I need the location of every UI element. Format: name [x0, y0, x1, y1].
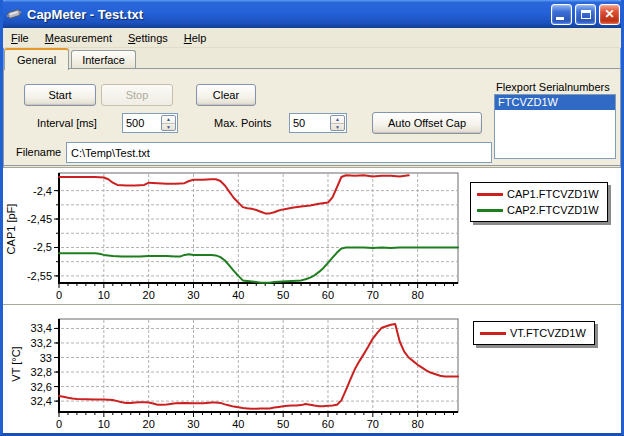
- maximize-icon: [581, 10, 591, 19]
- svg-text:-2,55: -2,55: [27, 270, 52, 282]
- app-icon: [6, 6, 22, 22]
- flexport-serialnumbers-label: Flexport Serialnumbers: [496, 81, 610, 93]
- svg-text:20: 20: [143, 418, 155, 430]
- menu-help[interactable]: Help: [176, 30, 215, 46]
- svg-text:0: 0: [56, 289, 62, 301]
- app-window: CapMeter - Test.txt ✕ File Measurement S…: [0, 0, 624, 436]
- max-points-spin-up-icon[interactable]: ▲: [331, 116, 344, 124]
- svg-text:32,6: 32,6: [31, 381, 52, 393]
- serialnumbers-listbox[interactable]: FTCVZD1W: [494, 94, 616, 159]
- maximize-button[interactable]: [575, 4, 596, 25]
- menu-bar: File Measurement Settings Help: [3, 28, 621, 48]
- clear-button[interactable]: Clear: [196, 84, 256, 106]
- svg-text:33,2: 33,2: [31, 337, 52, 349]
- close-button[interactable]: ✕: [599, 4, 620, 25]
- svg-text:60: 60: [322, 289, 334, 301]
- legend-item: VT.FTCVZD1W: [480, 325, 586, 341]
- svg-text:32,8: 32,8: [31, 366, 52, 378]
- legend-series-name: CAP1.FTCVZD1W: [507, 188, 599, 200]
- legend-item: CAP2.FTCVZD1W: [477, 202, 599, 218]
- stop-button[interactable]: Stop: [101, 84, 173, 106]
- tab-general[interactable]: General: [4, 48, 69, 70]
- svg-text:-2,45: -2,45: [27, 213, 52, 225]
- max-points-spin-buttons: ▲ ▼: [330, 115, 345, 131]
- svg-text:0: 0: [56, 418, 62, 430]
- tab-interface[interactable]: Interface: [71, 50, 136, 69]
- menu-settings[interactable]: Settings: [120, 30, 176, 46]
- svg-text:50: 50: [277, 289, 289, 301]
- svg-text:40: 40: [232, 418, 244, 430]
- cap-chart-panel: CAP1 [pF] -2,4-2,45-2,5-2,55010203040506…: [3, 167, 621, 304]
- interval-spinner: ▲ ▼: [122, 113, 178, 133]
- svg-text:33: 33: [40, 352, 52, 364]
- title-bar[interactable]: CapMeter - Test.txt ✕: [0, 0, 624, 28]
- svg-text:40: 40: [232, 289, 244, 301]
- legend-line-swatch: [480, 332, 506, 335]
- start-button[interactable]: Start: [24, 84, 96, 106]
- interval-input[interactable]: [123, 114, 160, 132]
- svg-text:30: 30: [187, 289, 199, 301]
- filename-label: Filename: [16, 146, 61, 158]
- svg-text:33,4: 33,4: [31, 322, 52, 334]
- legend-series-name: VT.FTCVZD1W: [510, 327, 586, 339]
- cap-chart-legend: CAP1.FTCVZD1WCAP2.FTCVZD1W: [470, 182, 608, 222]
- legend-item: CAP1.FTCVZD1W: [477, 186, 599, 202]
- svg-text:-2,4: -2,4: [33, 185, 52, 197]
- auto-offset-cap-button[interactable]: Auto Offset Cap: [372, 112, 482, 134]
- vt-chart-legend: VT.FTCVZD1W: [473, 321, 595, 345]
- svg-text:32,4: 32,4: [31, 395, 52, 407]
- max-points-input[interactable]: [290, 114, 329, 132]
- max-points-spinner: ▲ ▼: [289, 113, 347, 133]
- window-title: CapMeter - Test.txt: [27, 7, 143, 22]
- interval-spin-up-icon[interactable]: ▲: [162, 116, 175, 124]
- svg-text:10: 10: [98, 289, 110, 301]
- filename-input[interactable]: [66, 142, 492, 163]
- legend-line-swatch: [477, 209, 503, 212]
- max-points-label: Max. Points: [214, 117, 271, 129]
- interval-label: Interval [ms]: [37, 117, 97, 129]
- interval-spin-down-icon[interactable]: ▼: [162, 124, 175, 131]
- svg-text:10: 10: [98, 418, 110, 430]
- svg-text:60: 60: [322, 418, 334, 430]
- menu-file[interactable]: File: [3, 30, 37, 46]
- svg-text:70: 70: [367, 289, 379, 301]
- tab-strip: General Interface: [4, 48, 138, 69]
- menu-measurement[interactable]: Measurement: [37, 30, 120, 46]
- close-icon: ✕: [604, 7, 614, 21]
- legend-line-swatch: [477, 193, 503, 196]
- legend-series-name: CAP2.FTCVZD1W: [507, 204, 599, 216]
- minimize-button[interactable]: [551, 4, 572, 25]
- vt-chart-y-axis-title: VT [°C]: [10, 346, 22, 381]
- interval-spin-buttons: ▲ ▼: [161, 115, 176, 131]
- svg-text:50: 50: [277, 418, 289, 430]
- svg-text:80: 80: [412, 289, 424, 301]
- serial-list-item[interactable]: FTCVZD1W: [495, 95, 615, 110]
- svg-text:-2,5: -2,5: [33, 241, 52, 253]
- svg-text:70: 70: [367, 418, 379, 430]
- cap-chart-y-axis-title: CAP1 [pF]: [5, 204, 17, 255]
- max-points-spin-down-icon[interactable]: ▼: [331, 124, 344, 131]
- svg-text:30: 30: [187, 418, 199, 430]
- svg-text:80: 80: [412, 418, 424, 430]
- svg-text:20: 20: [143, 289, 155, 301]
- tab-page-general: Start Stop Clear Interval [ms] ▲ ▼ Max. …: [3, 68, 621, 166]
- vt-chart-panel: VT [°C] 33,433,23332,832,632,40102030405…: [3, 304, 621, 433]
- minimize-icon: [556, 17, 564, 20]
